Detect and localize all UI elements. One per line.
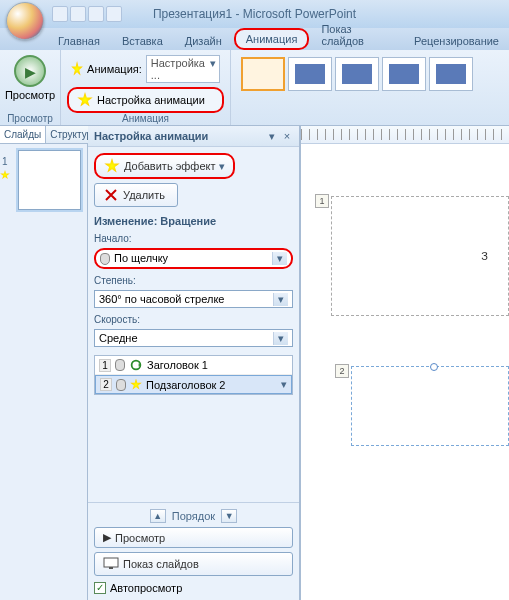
speed-label: Скорость: (94, 314, 293, 325)
group-label-preview: Просмотр (0, 113, 60, 124)
animation-indicator-icon (0, 170, 10, 180)
taskpane-close-icon[interactable]: × (281, 130, 293, 142)
reorder-controls: ▲ Порядок ▼ (94, 509, 293, 523)
spin-icon (129, 358, 143, 372)
star-icon (77, 92, 93, 108)
slide-number: 1 (2, 156, 8, 167)
tab-slides[interactable]: Слайды (0, 126, 46, 143)
play-icon (14, 55, 46, 87)
transition-thumb[interactable] (429, 57, 473, 91)
ribbon-group-transitions (231, 50, 509, 125)
degree-label: Степень: (94, 275, 293, 286)
taskpane-title: Настройка анимации (94, 130, 263, 142)
slides-panel-tabs: Слайды Структура (0, 126, 87, 144)
title-bar: Презентация1 - Microsoft PowerPoint (0, 0, 509, 28)
office-button[interactable] (6, 2, 44, 40)
chevron-down-icon[interactable]: ▾ (281, 378, 287, 391)
horizontal-ruler (301, 126, 509, 144)
start-label: Начало: (94, 233, 293, 244)
ribbon: Просмотр Просмотр Анимация: Настройка ..… (0, 50, 509, 126)
custom-animation-taskpane: Настройка анимации ▾ × Добавить эффект У… (88, 126, 300, 600)
animation-label: Анимация: (87, 63, 142, 75)
slideshow-label: Показ слайдов (123, 558, 199, 570)
taskpane-menu-icon[interactable]: ▾ (266, 130, 278, 142)
slide-thumbnail[interactable] (18, 150, 81, 210)
subtitle-placeholder[interactable] (351, 366, 509, 446)
qat-redo-icon[interactable] (88, 6, 104, 22)
svg-rect-1 (104, 558, 118, 567)
effect-name: Заголовок 1 (147, 359, 208, 371)
tab-home[interactable]: Главная (48, 32, 110, 50)
slide-editor: 1 З 2 (300, 126, 509, 600)
remove-label: Удалить (123, 189, 165, 201)
tab-slideshow[interactable]: Показ слайдов (311, 20, 402, 50)
add-effect-button[interactable]: Добавить эффект (94, 153, 235, 179)
taskpane-body: Добавить эффект Удалить Изменение: Враще… (88, 147, 299, 502)
animation-row: Анимация: Настройка ... (67, 53, 224, 85)
window-title: Презентация1 - Microsoft PowerPoint (153, 7, 356, 21)
tab-design[interactable]: Дизайн (175, 32, 232, 50)
star-icon (71, 61, 83, 77)
tab-review[interactable]: Рецензирование (404, 32, 509, 50)
move-up-button[interactable]: ▲ (150, 509, 166, 523)
animation-select[interactable]: Настройка ... (146, 55, 220, 83)
group-label-animation: Анимация (61, 113, 230, 124)
add-effect-label: Добавить эффект (124, 160, 215, 172)
custom-anim-label: Настройка анимации (97, 94, 205, 106)
custom-animation-button[interactable]: Настройка анимации (67, 87, 224, 113)
star-icon (104, 158, 120, 174)
transition-thumb[interactable] (382, 57, 426, 91)
ribbon-tabs: Главная Вставка Дизайн Анимация Показ сл… (0, 28, 509, 50)
degree-combo[interactable]: 360° по часовой стрелке (94, 290, 293, 308)
delete-icon (103, 187, 119, 203)
star-icon (130, 379, 142, 391)
tab-animation[interactable]: Анимация (234, 28, 310, 50)
reorder-label: Порядок (172, 510, 215, 522)
preview-button[interactable]: Просмотр (6, 53, 54, 103)
change-section-label: Изменение: Вращение (94, 215, 293, 227)
transition-thumb[interactable] (288, 57, 332, 91)
mouse-icon (100, 253, 110, 265)
transition-thumb[interactable] (335, 57, 379, 91)
checkbox-icon: ✓ (94, 582, 106, 594)
preview-label: Просмотр (5, 89, 55, 101)
title-placeholder[interactable]: З (331, 196, 509, 316)
ribbon-group-animation: Анимация: Настройка ... Настройка анимац… (61, 50, 231, 125)
play-label: Просмотр (115, 532, 165, 544)
qat-save-icon[interactable] (52, 6, 68, 22)
effect-list: 1 Заголовок 1 2 Подзаголовок 2 ▾ (94, 355, 293, 395)
effect-row[interactable]: 1 Заголовок 1 (95, 356, 292, 375)
move-down-button[interactable]: ▼ (221, 509, 237, 523)
taskpane-footer: ▲ Порядок ▼ ▶ Просмотр Показ слайдов ✓ А… (88, 502, 299, 600)
svg-rect-2 (109, 567, 113, 569)
screen-icon (103, 556, 119, 572)
slideshow-button[interactable]: Показ слайдов (94, 552, 293, 576)
qat-dropdown-icon[interactable] (106, 6, 122, 22)
speed-combo[interactable]: Средне (94, 329, 293, 347)
mouse-icon (116, 379, 126, 391)
ribbon-group-preview: Просмотр Просмотр (0, 50, 61, 125)
effect-order: 1 (99, 359, 111, 372)
title-text: З (481, 250, 488, 262)
taskpane-header: Настройка анимации ▾ × (88, 126, 299, 147)
play-button[interactable]: ▶ Просмотр (94, 527, 293, 548)
slide-canvas[interactable]: 1 З 2 (321, 166, 509, 600)
effect-name: Подзаголовок 2 (146, 379, 277, 391)
remove-button[interactable]: Удалить (94, 183, 178, 207)
transition-none[interactable] (241, 57, 285, 91)
effect-row[interactable]: 2 Подзаголовок 2 ▾ (95, 375, 292, 394)
mouse-icon (115, 359, 125, 371)
quick-access-toolbar (52, 6, 122, 22)
anim-tag[interactable]: 1 (315, 194, 329, 208)
autopreview-label: Автопросмотр (110, 582, 182, 594)
workspace: Слайды Структура 1 Настройка анимации ▾ … (0, 126, 509, 600)
start-combo[interactable]: По щелчку (94, 248, 293, 269)
tab-insert[interactable]: Вставка (112, 32, 173, 50)
slides-panel: Слайды Структура 1 (0, 126, 88, 600)
effect-order: 2 (100, 378, 112, 391)
anim-tag[interactable]: 2 (335, 364, 349, 378)
play-icon: ▶ (103, 531, 111, 544)
autopreview-checkbox[interactable]: ✓ Автопросмотр (94, 582, 293, 594)
qat-undo-icon[interactable] (70, 6, 86, 22)
transition-gallery[interactable] (237, 53, 503, 95)
